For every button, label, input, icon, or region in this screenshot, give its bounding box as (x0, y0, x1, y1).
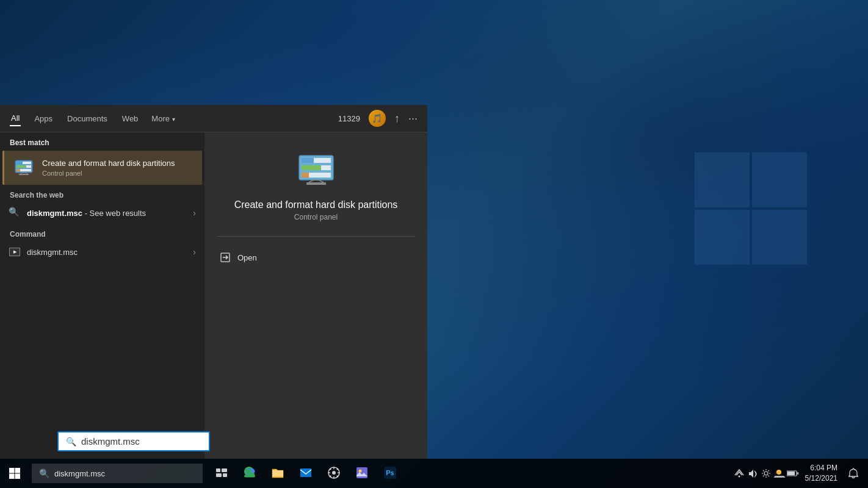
best-match-label: Best match (0, 132, 204, 151)
desktop: All Apps Documents Web More ▾ 11329 🎵 ↑ … (0, 0, 868, 488)
taskbar-search-text: diskmgmt.msc (54, 469, 105, 478)
tab-more[interactable]: More ▾ (151, 114, 175, 123)
svg-rect-7 (19, 174, 29, 175)
taskbar: 🔍 diskmgmt.msc (0, 459, 868, 488)
taskbar-search[interactable]: 🔍 diskmgmt.msc (32, 464, 203, 483)
svg-rect-19 (216, 473, 222, 477)
cortana-icon[interactable]: 🎵 (369, 110, 386, 127)
taskbar-search-icon: 🔍 (39, 468, 49, 478)
network-icon[interactable] (733, 467, 745, 479)
taskbar-edge[interactable] (236, 459, 264, 488)
detail-subtitle: Control panel (294, 213, 338, 221)
svg-rect-10 (302, 158, 314, 163)
search-web-icon: 🔍 (9, 207, 21, 219)
filter-right: 11329 🎵 ↑ ··· (338, 110, 418, 127)
filter-bar: All Apps Documents Web More ▾ 11329 🎵 ↑ … (0, 105, 427, 132)
main-content: Best match (0, 132, 427, 459)
notification-button[interactable] (844, 459, 863, 488)
svg-rect-17 (216, 468, 220, 472)
command-label: Command (0, 224, 204, 241)
detail-disk-icon (297, 151, 336, 190)
svg-rect-31 (797, 472, 798, 475)
taskbar-mail[interactable] (292, 459, 320, 488)
cortana-score: 11329 (338, 114, 360, 123)
system-clock[interactable]: 6:04 PM 5/12/2021 (800, 463, 842, 484)
best-match-title: Create and format hard disk partitions (42, 159, 193, 169)
search-box-container: 🔍 diskmgmt.msc (57, 431, 210, 451)
open-action[interactable]: Open (217, 246, 415, 268)
search-box-value: diskmgmt.msc (81, 436, 140, 447)
taskbar-right: 6:04 PM 5/12/2021 (733, 459, 868, 488)
command-text: diskmgmt.msc (27, 248, 193, 257)
battery-icon[interactable] (787, 467, 799, 479)
start-menu: All Apps Documents Web More ▾ 11329 🎵 ↑ … (0, 105, 427, 459)
tab-documents[interactable]: Documents (66, 112, 109, 126)
search-box[interactable]: 🔍 diskmgmt.msc (57, 431, 210, 451)
svg-point-25 (359, 470, 362, 473)
search-box-icon: 🔍 (66, 437, 76, 447)
tab-apps[interactable]: Apps (33, 112, 54, 126)
command-arrow-icon: › (193, 247, 196, 257)
svg-rect-24 (356, 467, 367, 478)
search-web-label: Search the web (0, 185, 204, 202)
svg-point-23 (332, 471, 336, 475)
start-button[interactable] (0, 459, 29, 488)
svg-rect-18 (222, 468, 227, 472)
search-web-item[interactable]: 🔍 diskmgmt.msc - See web results › (0, 202, 204, 224)
tab-web[interactable]: Web (121, 112, 140, 126)
detail-title: Create and format hard disk partitions (234, 199, 398, 210)
taskbar-task-view[interactable] (208, 459, 236, 488)
detail-divider (217, 236, 415, 237)
taskbar-apps: Ps (208, 459, 404, 488)
tab-all[interactable]: All (10, 111, 21, 126)
more-button[interactable]: ··· (408, 112, 418, 125)
disk-mgmt-icon (13, 157, 35, 179)
feed-button[interactable]: ↑ (394, 112, 400, 125)
search-web-arrow-icon: › (193, 208, 196, 218)
svg-rect-12 (302, 165, 321, 170)
brightness-icon[interactable] (760, 467, 772, 479)
svg-rect-21 (300, 468, 311, 477)
desktop-logo (695, 152, 807, 265)
best-match-text: Create and format hard disk partitions C… (42, 159, 193, 178)
svg-rect-4 (16, 165, 26, 168)
svg-rect-2 (16, 162, 23, 164)
command-item[interactable]: diskmgmt.msc › (0, 241, 204, 263)
left-panel: Best match (0, 132, 204, 459)
svg-rect-14 (302, 173, 309, 178)
taskbar-photos[interactable] (348, 459, 376, 488)
right-panel: Create and format hard disk partitions C… (204, 132, 427, 459)
svg-point-27 (764, 472, 768, 475)
best-match-subtitle: Control panel (42, 170, 193, 177)
svg-rect-30 (787, 472, 795, 475)
weather-icon[interactable] (773, 467, 786, 479)
taskbar-settings[interactable] (320, 459, 348, 488)
best-match-item[interactable]: Create and format hard disk partitions C… (2, 151, 202, 185)
volume-icon[interactable] (747, 467, 759, 479)
taskbar-photoshop[interactable]: Ps (376, 459, 404, 488)
svg-rect-15 (306, 182, 326, 185)
open-icon (219, 251, 231, 264)
svg-rect-6 (16, 169, 20, 171)
taskbar-explorer[interactable] (264, 459, 292, 488)
svg-point-26 (738, 476, 740, 478)
command-icon (9, 246, 21, 258)
search-web-text: diskmgmt.msc - See web results (27, 209, 193, 218)
open-label: Open (237, 253, 257, 262)
svg-rect-20 (223, 473, 227, 477)
